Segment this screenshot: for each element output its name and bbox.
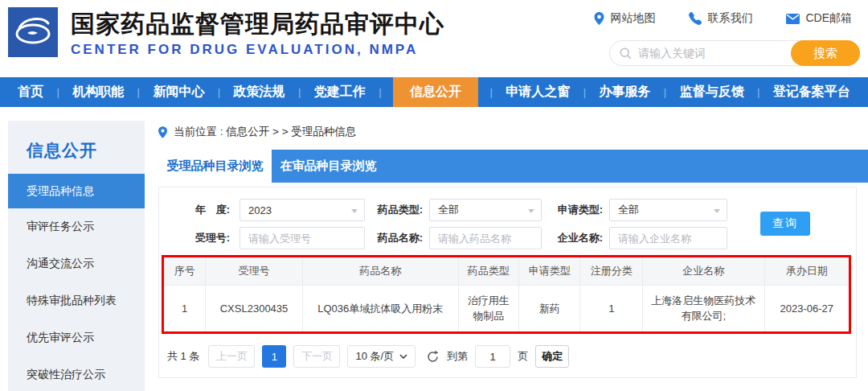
- drug-type-select-value: 全部: [438, 203, 459, 217]
- nav-separator: [379, 77, 381, 107]
- site-subtitle: CENTER FOR DRUG EVALUATION, NMPA: [71, 42, 444, 58]
- catalog-tabs: 受理品种目录浏览 在审品种目录浏览: [158, 150, 868, 183]
- nav-item-functions[interactable]: 机构职能: [71, 77, 125, 107]
- col-header-drug-name: 药品名称: [302, 257, 458, 285]
- cde-mail-link[interactable]: CDE邮箱: [786, 11, 852, 26]
- brand-block: 国家药品监督管理局药品审评中心 CENTER FOR DRUG EVALUATI…: [71, 10, 444, 58]
- col-header-company: 企业名称: [643, 257, 765, 285]
- sidebar-item-breakthrough-therapy[interactable]: 突破性治疗公示: [8, 356, 145, 391]
- site-search: 搜索: [609, 40, 860, 66]
- col-header-drug-type: 药品类型: [458, 257, 518, 285]
- nav-separator: [489, 77, 492, 107]
- nav-separator: [757, 77, 760, 107]
- jump-unit-label: 页: [518, 349, 528, 364]
- table-row[interactable]: 1 CXSL2300435 LQ036单域抗体吸入用粉末 治疗用生物制品 新药 …: [164, 285, 849, 331]
- drug-name-input[interactable]: [429, 227, 542, 249]
- current-page-button[interactable]: 1: [262, 345, 286, 368]
- cell-acceptance-no: CXSL2300435: [206, 285, 302, 331]
- jump-to-label: 到第: [447, 349, 468, 364]
- year-select[interactable]: 2023: [240, 199, 365, 221]
- cell-registration-class: 1: [580, 285, 643, 331]
- sitemap-link[interactable]: 网站地图: [594, 11, 655, 26]
- year-select-value: 2023: [248, 204, 272, 216]
- sidebar-item-priority-review[interactable]: 优先审评公示: [8, 319, 145, 356]
- breadcrumb-text: 当前位置 : 信息公开 > > 受理品种信息: [174, 125, 356, 139]
- drug-type-label: 药品类型:: [368, 199, 423, 221]
- cde-website-page: 国家药品监督管理局药品审评中心 CENTER FOR DRUG EVALUATI…: [0, 0, 868, 391]
- next-page-button[interactable]: 下一页: [293, 345, 340, 368]
- search-button[interactable]: 搜索: [791, 40, 860, 66]
- sidebar-title: 信息公开: [8, 121, 145, 174]
- table-header-row: 序号 受理号 药品名称 药品类型 申请类型 注册分类 企业名称 承办日期: [164, 257, 849, 285]
- sidebar-item-special-approval[interactable]: 特殊审批品种列表: [8, 282, 145, 319]
- acceptance-no-input[interactable]: [240, 227, 365, 249]
- nav-item-supervision-feedback[interactable]: 监督与反馈: [678, 77, 746, 107]
- nav-separator: [56, 77, 59, 107]
- nav-item-registration-platform[interactable]: 登记备案平台: [772, 77, 852, 107]
- quick-links: 网站地图 联系我们 CDE邮箱: [594, 11, 852, 26]
- nav-item-party-building[interactable]: 党建工作: [313, 77, 367, 107]
- search-input[interactable]: [632, 47, 791, 60]
- mail-icon: [786, 14, 800, 24]
- nav-item-applicant-window[interactable]: 申请人之窗: [504, 77, 571, 107]
- tab-accepted-catalog[interactable]: 受理品种目录浏览: [158, 150, 272, 183]
- col-header-handle-date: 承办日期: [764, 257, 849, 285]
- nav-item-home[interactable]: 首页: [16, 77, 45, 107]
- chevron-down-icon: [399, 354, 407, 359]
- refresh-icon[interactable]: [426, 350, 440, 364]
- nav-item-services[interactable]: 办事服务: [597, 77, 652, 107]
- application-type-select[interactable]: 全部: [609, 199, 727, 221]
- cde-mail-label: CDE邮箱: [805, 11, 852, 26]
- nav-separator: [298, 77, 301, 107]
- contact-us-label: 联系我们: [707, 11, 752, 26]
- main-nav: 首页 机构职能 新闻中心 政策法规 党建工作 信息公开 申请人之窗 办事服务 监…: [0, 77, 868, 107]
- company-name-input[interactable]: [609, 227, 727, 249]
- cell-drug-type: 治疗用生物制品: [458, 285, 518, 331]
- cell-drug-name: LQ036单域抗体吸入用粉末: [302, 285, 458, 331]
- content-card: 年 度: 2023 药品类型: 全部 申请类型: 全部 受理号: 药品名称: 企…: [158, 187, 857, 378]
- phone-icon: [689, 12, 702, 25]
- sitemap-label: 网站地图: [610, 11, 655, 26]
- tab-under-review-catalog[interactable]: 在审品种目录浏览: [272, 150, 385, 183]
- location-pin-icon: [594, 12, 604, 25]
- sidebar-item-accepted-varieties[interactable]: 受理品种信息: [8, 174, 145, 208]
- total-count: 共 1 条: [167, 349, 199, 364]
- nav-separator: [137, 77, 140, 107]
- cde-logo: [8, 7, 58, 57]
- nav-item-info-disclosure[interactable]: 信息公开: [393, 77, 478, 107]
- chevron-down-icon: [351, 209, 358, 213]
- nav-separator: [664, 77, 666, 107]
- search-icon: [620, 47, 632, 60]
- jump-page-input[interactable]: [475, 345, 510, 368]
- sidebar-item-communication[interactable]: 沟通交流公示: [8, 245, 145, 282]
- drug-type-select[interactable]: 全部: [429, 199, 542, 221]
- pagination: 共 1 条 上一页 1 下一页 10 条/页 到第 页 确定: [167, 345, 569, 368]
- nav-item-policies[interactable]: 政策法规: [232, 77, 287, 107]
- page-size-select[interactable]: 10 条/页: [347, 345, 416, 368]
- cell-company: 上海洛启生物医药技术有限公司;: [643, 285, 765, 331]
- cell-handle-date: 2023-06-27: [764, 285, 849, 331]
- cde-logo-icon: [8, 7, 58, 57]
- col-header-seq: 序号: [164, 257, 206, 285]
- drug-name-label: 药品名称:: [368, 227, 423, 249]
- cell-seq: 1: [164, 285, 206, 331]
- confirm-button[interactable]: 确定: [535, 345, 569, 368]
- site-title: 国家药品监督管理局药品审评中心: [71, 10, 444, 38]
- application-type-select-value: 全部: [618, 203, 639, 217]
- nav-item-news[interactable]: 新闻中心: [151, 77, 206, 107]
- nav-separator: [218, 77, 220, 107]
- breadcrumb: 当前位置 : 信息公开 > > 受理品种信息: [158, 125, 356, 139]
- nav-separator: [583, 77, 586, 107]
- col-header-acceptance-no: 受理号: [206, 257, 302, 285]
- results-table: 序号 受理号 药品名称 药品类型 申请类型 注册分类 企业名称 承办日期 1 C…: [164, 257, 849, 331]
- sidebar-item-review-tasks[interactable]: 审评任务公示: [8, 208, 145, 245]
- query-button[interactable]: 查询: [760, 212, 810, 236]
- site-header: 国家药品监督管理局药品审评中心 CENTER FOR DRUG EVALUATI…: [0, 0, 868, 77]
- cell-application-type: 新药: [518, 285, 580, 331]
- page-size-value: 10 条/页: [355, 349, 394, 364]
- year-label: 年 度:: [167, 199, 230, 221]
- prev-page-button[interactable]: 上一页: [208, 345, 255, 368]
- results-table-highlight: 序号 受理号 药品名称 药品类型 申请类型 注册分类 企业名称 承办日期 1 C…: [162, 255, 851, 334]
- acceptance-no-label: 受理号:: [167, 227, 230, 249]
- contact-us-link[interactable]: 联系我们: [689, 11, 752, 26]
